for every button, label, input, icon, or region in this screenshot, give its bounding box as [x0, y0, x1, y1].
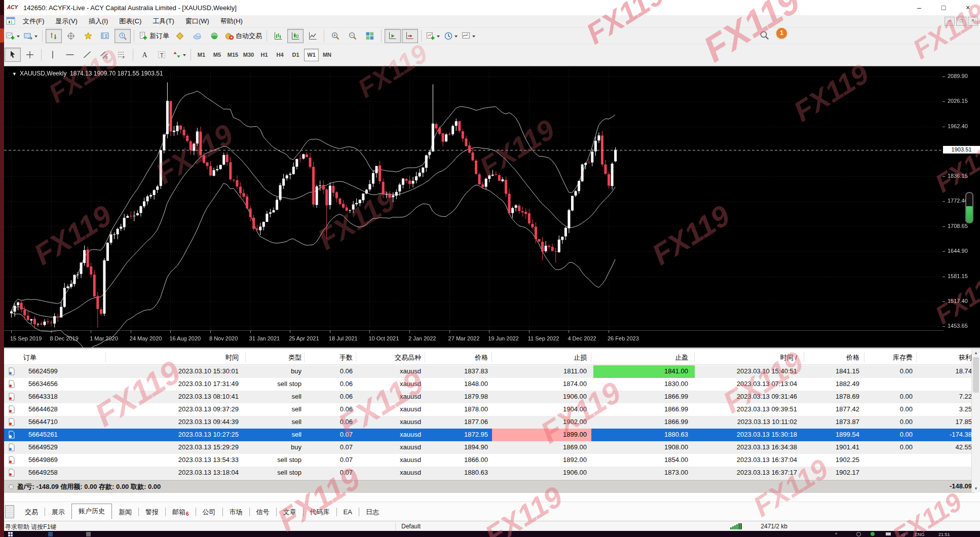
- chart-candles-button[interactable]: [287, 29, 304, 43]
- menu-item[interactable]: 帮助(H): [215, 17, 248, 26]
- taskbar-app2-icon[interactable]: [86, 532, 91, 536]
- crosshair-button[interactable]: [22, 48, 38, 62]
- history-row[interactable]: 566433182023.03.13 08:10:41sell0.06xauus…: [4, 391, 975, 403]
- zoom-in-button[interactable]: [327, 29, 344, 43]
- dropdown-caret-icon[interactable]: [437, 35, 440, 39]
- horizontal-line-button[interactable]: [62, 48, 78, 62]
- dropdown-caret-icon[interactable]: [17, 35, 20, 39]
- tray-language[interactable]: ENG: [915, 532, 925, 536]
- menu-item[interactable]: 显示(V): [50, 17, 83, 26]
- timeframe-mn[interactable]: MN: [320, 49, 334, 61]
- candlestick-chart-canvas[interactable]: [4, 66, 944, 348]
- profiles-button[interactable]: [22, 29, 39, 43]
- column-header[interactable]: 价格: [846, 353, 859, 362]
- indicators-button[interactable]: [425, 29, 441, 43]
- tab-7[interactable]: 市场: [223, 505, 249, 519]
- periods-button[interactable]: [442, 29, 459, 43]
- timeframe-m30[interactable]: M30: [241, 49, 256, 61]
- trendline-button[interactable]: [79, 48, 95, 62]
- column-divider[interactable]: [492, 352, 492, 362]
- data-window-button[interactable]: [63, 29, 79, 43]
- column-header[interactable]: 交易品种: [395, 353, 421, 362]
- equidistant-channel-button[interactable]: E: [96, 48, 112, 62]
- column-header[interactable]: 止损: [574, 353, 587, 362]
- metaeditor-button[interactable]: [172, 29, 188, 43]
- publish-button[interactable]: [189, 29, 205, 43]
- history-row[interactable]: 566492582023.03.13 13:18:04sell stop0.07…: [4, 467, 975, 479]
- history-row[interactable]: 566495292023.03.13 15:29:29buy0.07xauusd…: [4, 441, 975, 454]
- chart-area[interactable]: ▼XAUUSD,Weekly 1874.13 1909.70 1871.55 1…: [4, 66, 980, 348]
- windows-start-icon[interactable]: [8, 532, 13, 536]
- menu-item[interactable]: 工具(T): [147, 17, 180, 26]
- tab-1[interactable]: 展示: [45, 505, 71, 519]
- history-row[interactable]: 566447102023.03.13 09:44:39sell0.06xauus…: [4, 416, 975, 429]
- column-divider[interactable]: [916, 352, 917, 362]
- column-divider[interactable]: [105, 352, 106, 362]
- templates-button[interactable]: [460, 29, 477, 43]
- mdi-minimize-button[interactable]: –: [945, 17, 955, 26]
- tray-up-icon[interactable]: ^: [835, 532, 840, 536]
- dropdown-caret-icon[interactable]: [34, 35, 37, 39]
- timeframe-w1[interactable]: W1: [304, 49, 319, 61]
- column-divider[interactable]: [356, 352, 356, 362]
- timeframe-h1[interactable]: H1: [257, 49, 272, 61]
- column-header[interactable]: 手数: [340, 353, 353, 362]
- history-row[interactable]: 566498692023.03.13 13:54:33sell stop0.07…: [4, 454, 975, 467]
- chart-line-button[interactable]: [305, 29, 321, 43]
- fibonacci-button[interactable]: F: [114, 48, 130, 62]
- scroll-thumb[interactable]: [973, 357, 979, 393]
- status-profile[interactable]: Default: [401, 523, 421, 530]
- tab-6[interactable]: 公司: [196, 505, 222, 519]
- tile-windows-button[interactable]: [362, 29, 378, 43]
- tab-8[interactable]: 信号: [250, 505, 276, 519]
- tab-4[interactable]: 警报: [139, 505, 165, 519]
- column-header[interactable]: 止盈: [675, 353, 688, 362]
- new-chart-button[interactable]: [5, 29, 21, 43]
- tab-11[interactable]: EA: [337, 505, 359, 519]
- tray-green-icon[interactable]: [871, 532, 875, 536]
- tray-volume-icon[interactable]: ◁: [901, 532, 906, 536]
- column-header[interactable]: 类型: [288, 353, 301, 362]
- column-divider[interactable]: [864, 352, 864, 362]
- history-row[interactable]: 566446282023.03.13 09:37:29sell0.06xauus…: [4, 403, 975, 416]
- tray-battery-icon[interactable]: [886, 532, 891, 535]
- zoom-out-button[interactable]: [345, 29, 361, 43]
- auto-scroll-button[interactable]: [385, 29, 401, 43]
- column-divider[interactable]: [304, 352, 305, 362]
- menu-item[interactable]: 插入(I): [83, 17, 114, 26]
- new-order-button[interactable]: 新订单: [137, 29, 171, 43]
- timeframe-m5[interactable]: M5: [210, 49, 224, 61]
- close-button[interactable]: ×: [956, 0, 980, 15]
- vertical-line-button[interactable]: [45, 48, 61, 62]
- history-table-header[interactable]: 订单时间类型手数交易品种价格止损止盈时间 /价格库存费获利: [4, 349, 975, 365]
- terminal-panel-button[interactable]: [97, 29, 114, 43]
- tab-9[interactable]: 文章: [277, 505, 303, 519]
- maximize-button[interactable]: □: [931, 0, 956, 15]
- notification-badge[interactable]: 1: [776, 28, 787, 39]
- minimize-button[interactable]: –: [907, 0, 931, 15]
- mdi-close-button[interactable]: ×: [968, 17, 978, 26]
- navigator-button[interactable]: [80, 29, 96, 43]
- market-watch-button[interactable]: [46, 29, 62, 43]
- scroll-up-icon[interactable]: ▲: [972, 349, 980, 357]
- search-icon[interactable]: [759, 30, 770, 43]
- tab-5[interactable]: 邮箱6: [166, 505, 196, 519]
- tab-10[interactable]: 代码库: [304, 505, 336, 519]
- history-row[interactable]: 566245992023.03.10 15:30:01buy0.06xauusd…: [4, 365, 975, 378]
- menu-item[interactable]: 文件(F): [17, 17, 50, 26]
- column-divider[interactable]: [591, 352, 591, 362]
- column-divider[interactable]: [425, 352, 425, 362]
- autotrade-button[interactable]: 自动交易: [223, 29, 263, 43]
- menu-item[interactable]: 图表(C): [114, 17, 147, 26]
- column-header[interactable]: 库存费: [893, 353, 913, 362]
- timeframe-m1[interactable]: M1: [194, 49, 209, 61]
- column-divider[interactable]: [804, 352, 804, 362]
- dropdown-caret-icon[interactable]: [472, 35, 475, 39]
- column-divider[interactable]: [694, 352, 695, 362]
- text-label-button[interactable]: T: [154, 48, 170, 62]
- windows-taskbar[interactable]: ^ ◁ ENG 21:51: [0, 531, 980, 537]
- column-header[interactable]: 获利: [959, 353, 972, 362]
- arrows-button[interactable]: [171, 48, 187, 62]
- chart-bars-button[interactable]: [270, 29, 286, 43]
- text-button[interactable]: A: [136, 48, 153, 62]
